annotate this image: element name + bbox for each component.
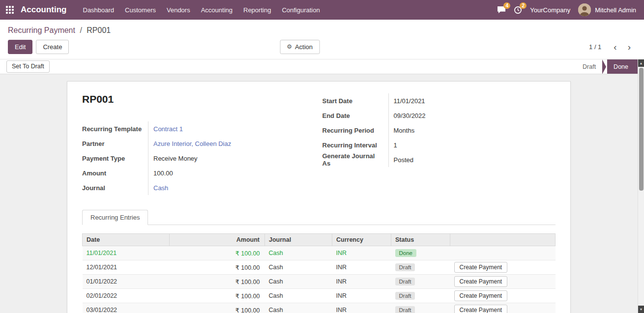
notebook-tabs: Recurring Entries [82, 210, 556, 225]
field-row-amount: Amount 100.00 [82, 166, 316, 180]
field-label-generate-journal-as: Generate Journal As [322, 152, 389, 167]
state-draft[interactable]: Draft [576, 59, 602, 74]
main-menu: Dashboard Customers Vendors Accounting R… [78, 0, 325, 20]
field-value-start-date: 11/01/2021 [389, 97, 425, 105]
field-label-recurring-interval: Recurring Interval [322, 138, 389, 152]
cell-date: 02/01/2022 [83, 289, 170, 303]
breadcrumb-parent-link[interactable]: Recurring Payment [8, 26, 75, 34]
table-header-row: Date Amount Journal Currency Status [83, 234, 556, 246]
action-menu-button[interactable]: ⚙ Action [280, 40, 320, 54]
state-done-label: Done [607, 59, 638, 74]
field-value-end-date: 09/30/2022 [389, 112, 426, 119]
nav-item-reporting[interactable]: Reporting [238, 0, 276, 20]
cell-action: Create Payment [450, 260, 556, 275]
field-value-generate-journal-as: Posted [389, 156, 413, 164]
vertical-scrollbar[interactable]: ▲ ▼ [638, 59, 644, 313]
create-button[interactable]: Create [36, 40, 69, 54]
create-payment-button[interactable]: Create Payment [454, 290, 508, 301]
cell-status: Draft [391, 260, 450, 275]
form-sheet: RP001 Recurring Template Contract 1 Part… [67, 81, 571, 313]
field-group-right: Start Date 11/01/2021 End Date 09/30/202… [322, 93, 556, 167]
create-payment-button[interactable]: Create Payment [454, 276, 508, 287]
create-payment-button[interactable]: Create Payment [454, 305, 508, 313]
nav-item-vendors[interactable]: Vendors [161, 0, 196, 20]
set-to-draft-button[interactable]: Set To Draft [6, 60, 50, 73]
edit-button[interactable]: Edit [8, 40, 32, 54]
field-row-journal: Journal Cash [82, 180, 316, 195]
create-payment-button[interactable]: Create Payment [454, 262, 508, 273]
cell-amount: ₹ 100.00 [170, 289, 265, 303]
field-label-amount: Amount [82, 166, 148, 180]
nav-item-configuration[interactable]: Configuration [276, 0, 325, 20]
cell-action: Create Payment [450, 275, 556, 289]
cell-date: 11/01/2021 [83, 246, 170, 260]
nav-item-customers[interactable]: Customers [119, 0, 161, 20]
pager-previous-icon[interactable]: ‹ [608, 42, 622, 52]
cell-journal: Cash [265, 246, 332, 260]
col-header-date[interactable]: Date [83, 234, 170, 246]
status-badge: Draft [395, 278, 415, 285]
scroll-down-icon[interactable]: ▼ [638, 306, 644, 313]
state-done[interactable]: Done [602, 59, 638, 74]
state-arrow-icon [602, 59, 606, 74]
main-content: RP001 Recurring Template Contract 1 Part… [0, 74, 644, 313]
table-row[interactable]: 02/01/2022 ₹ 100.00 Cash INR Draft Creat… [83, 289, 556, 303]
status-badge: Done [395, 249, 417, 257]
cell-amount: ₹ 100.00 [170, 275, 265, 289]
breadcrumb-separator: / [80, 26, 82, 34]
pager-next-icon[interactable]: › [622, 42, 636, 52]
field-row-generate-journal-as: Generate Journal As Posted [322, 152, 556, 167]
app-title[interactable]: Accounting [21, 5, 67, 15]
statusbar-states: Draft Done [576, 59, 638, 74]
nav-item-accounting[interactable]: Accounting [196, 0, 238, 20]
field-value-payment-type: Receive Money [148, 155, 198, 162]
action-menu-label: Action [295, 43, 313, 51]
table-row[interactable]: 01/01/2022 ₹ 100.00 Cash INR Draft Creat… [83, 275, 556, 289]
cell-status: Done [391, 246, 450, 260]
col-header-journal[interactable]: Journal [265, 234, 332, 246]
field-value-journal[interactable]: Cash [148, 184, 168, 192]
messages-icon[interactable]: 4 [497, 6, 506, 14]
col-header-amount[interactable]: Amount [170, 234, 265, 246]
cell-journal: Cash [265, 289, 332, 303]
field-value-recurring-template[interactable]: Contract 1 [148, 125, 183, 133]
field-label-start-date: Start Date [322, 93, 389, 108]
field-value-recurring-period: Months [389, 127, 415, 134]
apps-grid-icon[interactable] [6, 6, 14, 14]
record-title: RP001 [82, 93, 316, 105]
user-name: Mitchell Admin [595, 6, 636, 14]
cell-status: Draft [391, 303, 450, 313]
breadcrumb-current: RP001 [87, 26, 111, 34]
cell-currency: INR [332, 289, 391, 303]
tab-recurring-entries[interactable]: Recurring Entries [82, 210, 148, 225]
col-header-currency[interactable]: Currency [332, 234, 391, 246]
table-row[interactable]: 12/01/2021 ₹ 100.00 Cash INR Draft Creat… [83, 260, 556, 275]
field-label-payment-type: Payment Type [82, 151, 148, 166]
cell-journal: Cash [265, 275, 332, 289]
table-row[interactable]: 11/01/2021 ₹ 100.00 Cash INR Done [83, 246, 556, 260]
cell-action: Create Payment [450, 303, 556, 313]
cell-amount: ₹ 100.00 [170, 260, 265, 275]
cell-journal: Cash [265, 260, 332, 275]
gear-icon: ⚙ [287, 43, 292, 51]
user-menu[interactable]: Mitchell Admin [578, 3, 636, 16]
activities-counter-badge: 2 [520, 2, 527, 9]
activities-clock-icon[interactable]: 2 [514, 6, 522, 14]
cell-currency: INR [332, 303, 391, 313]
scrollbar-thumb[interactable] [639, 68, 644, 191]
table-row[interactable]: 03/01/2022 ₹ 100.00 Cash INR Draft Creat… [83, 303, 556, 313]
cell-date: 12/01/2021 [83, 260, 170, 275]
pager: 1 / 1 ‹ › [589, 42, 636, 52]
col-header-status[interactable]: Status [391, 234, 450, 246]
scroll-region: Set To Draft Draft Done RP001 Recurring … [0, 59, 644, 313]
field-row-start-date: Start Date 11/01/2021 [322, 93, 556, 108]
field-label-end-date: End Date [322, 108, 389, 123]
user-avatar [578, 3, 591, 16]
nav-item-dashboard[interactable]: Dashboard [78, 0, 120, 20]
pager-counter: 1 / 1 [589, 43, 601, 51]
cell-date: 01/01/2022 [83, 275, 170, 289]
scroll-up-icon[interactable]: ▲ [638, 59, 644, 67]
field-row-recurring-interval: Recurring Interval 1 [322, 138, 556, 152]
field-value-partner[interactable]: Azure Interior, Colleen Diaz [148, 140, 231, 147]
company-switcher[interactable]: YourCompany [530, 6, 570, 14]
